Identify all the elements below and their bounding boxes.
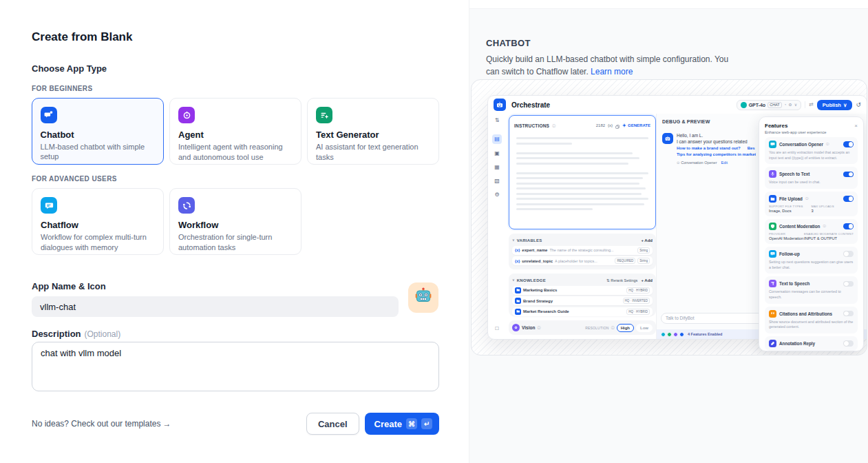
folder-icon <box>515 309 521 315</box>
info-icon: ⓘ <box>552 124 555 127</box>
feature-card-follow-up: Follow-up Setting up next questions sugg… <box>765 247 858 274</box>
app-icon-picker[interactable] <box>408 282 438 313</box>
description-textarea[interactable]: chat with vllm model <box>32 342 439 391</box>
cancel-button[interactable]: Cancel <box>306 413 359 435</box>
feature-card-file-upload: File Upload ⓘ SUPPORT FILE TYPESImage, D… <box>765 192 858 216</box>
type-badge: String <box>637 258 650 264</box>
vision-bar: Vision ⓘ RESOLUTION ⓘ High Low <box>509 320 656 335</box>
cmd-key-icon: ⌘ <box>406 418 417 429</box>
image-icon: ▣ <box>494 151 500 156</box>
chatflow-icon <box>41 197 57 214</box>
arrow-right-icon: → <box>162 419 171 429</box>
app-type-desc: LLM-based chatbot with simple setup <box>41 142 156 162</box>
preview-description: Quickly build an LLM-based chatbot with … <box>486 53 742 78</box>
folder-icon <box>769 195 776 203</box>
beginner-cards: Chatbot LLM-based chatbot with simple se… <box>32 98 441 165</box>
app-name-input[interactable] <box>32 296 399 317</box>
enter-key-icon: ↵ <box>421 418 432 429</box>
chat-bubble-icon <box>769 141 776 148</box>
app-type-card-chatflow[interactable]: Chatflow Workflow for complex multi-turn… <box>32 188 164 255</box>
generate-button: GENERATE <box>622 123 650 127</box>
variable-icon: {x} <box>515 248 520 252</box>
quote-icon <box>769 310 776 318</box>
feature-dot <box>667 332 672 337</box>
suggested-question: How to make a brand stand out? <box>677 146 741 150</box>
frame-icon: □ <box>496 326 499 331</box>
knowledge-section: ∨ KNOWLEDGE ⇅ Rerank Settings + Add Mark… <box>509 274 656 316</box>
app-type-name: Chatflow <box>41 220 155 230</box>
top-strip <box>469 0 868 9</box>
rerank-icon: ⇅ <box>606 278 610 282</box>
feature-card-text-to-speech: Text to Speech Conversation messages can… <box>765 276 858 303</box>
chatbot-preview-image: Orchestrate GPT-4o CHAT ◔ ⚙ ∨ ⇄ Publish∨… <box>471 79 867 356</box>
feature-dot <box>679 332 684 337</box>
variables-icon: {x} <box>608 123 613 127</box>
workflow-icon <box>178 197 195 214</box>
sliders-icon: ⇄ <box>809 102 814 107</box>
annotation-icon <box>769 340 776 347</box>
folder-icon <box>515 298 521 304</box>
microphone-icon <box>769 170 776 178</box>
chatbot-icon <box>41 107 57 123</box>
chevron-down-icon: ∨ <box>843 102 847 108</box>
publish-button: Publish∨ <box>817 100 853 110</box>
feature-card-citations: Citations and Attributions Show source d… <box>765 307 858 333</box>
retrieval-badge: HQ · HYBRID <box>626 309 650 315</box>
model-mode-tag: CHAT <box>768 102 782 108</box>
chevron-down-icon: ∨ <box>512 278 515 282</box>
feature-dot <box>661 332 666 337</box>
description-optional-label: (Optional) <box>85 329 121 339</box>
type-badge: String <box>637 247 650 254</box>
copy-icon <box>615 119 620 132</box>
advanced-cards: Chatflow Workflow for complex multi-turn… <box>32 188 441 255</box>
suggested-question: Tips for analyzing competitors in market <box>677 152 756 156</box>
choose-app-type-label: Choose App Type <box>32 63 441 74</box>
variable-row: {x} expert_name The name of the strategi… <box>512 246 653 255</box>
bot-greeting: Hello, I am L. <box>677 133 756 138</box>
mini-sidebar: ⇅ ▤ ▣ ▦ ▧ ⚙ □ <box>488 114 506 339</box>
learn-more-link[interactable]: Learn more <box>591 67 633 76</box>
toggle <box>843 223 854 229</box>
app-name-label: App Name & Icon <box>32 281 399 292</box>
chevron-down-icon: ∨ <box>794 103 797 107</box>
templates-link[interactable]: No ideas? Check out our templates→ <box>32 419 306 429</box>
text-generator-icon <box>316 107 332 123</box>
app-name-section: App Name & Icon <box>32 281 441 317</box>
app-type-desc: Intelligent agent with reasoning and aut… <box>178 142 293 162</box>
feature-dot <box>673 332 678 337</box>
app-type-card-agent[interactable]: Agent Intelligent agent with reasoning a… <box>169 98 301 165</box>
close-icon: × <box>854 123 858 129</box>
create-button[interactable]: Create ⌘ ↵ <box>365 413 439 435</box>
app-type-card-chatbot[interactable]: Chatbot LLM-based chatbot with simple se… <box>32 98 164 165</box>
toggle <box>843 340 854 347</box>
text-to-speech-icon <box>769 280 776 287</box>
for-beginners-label: FOR BEGINNERS <box>32 85 441 93</box>
notes-icon: ▧ <box>494 178 500 184</box>
orchestrate-tab-icon: ▤ <box>492 134 502 144</box>
bot-avatar <box>662 133 673 144</box>
app-type-card-text-generator[interactable]: Text Generator AI assistant for text gen… <box>307 98 439 165</box>
app-type-name: Agent <box>178 130 293 140</box>
history-icon: ↺ <box>856 102 861 108</box>
toggle <box>843 172 854 178</box>
feature-card-conversation-opener: Conversation Opener ⓘ You are an entity … <box>765 137 858 164</box>
app-type-card-workflow[interactable]: Workflow Orchestration for single-turn a… <box>169 188 301 255</box>
info-icon: ⓘ <box>805 197 809 200</box>
gear-icon: ⚙ <box>494 192 499 198</box>
chat-dots-icon <box>769 250 776 258</box>
divider <box>805 101 805 108</box>
edit-link: Edit <box>721 161 727 165</box>
variable-icon: {x} <box>515 259 520 263</box>
opener-icon: ⊙ <box>677 161 679 165</box>
app-type-name: Chatbot <box>41 130 156 140</box>
model-provider-icon <box>741 102 747 108</box>
app-type-desc: AI assistant for text generation tasks <box>316 142 430 162</box>
eye-icon <box>512 324 520 331</box>
retrieval-badge: HQ · INVERTED <box>623 298 650 304</box>
resolution-high-option: High <box>617 324 634 332</box>
app-avatar-icon <box>494 99 506 111</box>
for-advanced-label: FOR ADVANCED USERS <box>32 175 441 183</box>
page-title: Create from Blank <box>32 30 441 44</box>
preview-heading: CHATBOT <box>486 38 868 48</box>
features-panel: Features × Enhance web-app user experien… <box>759 116 864 351</box>
